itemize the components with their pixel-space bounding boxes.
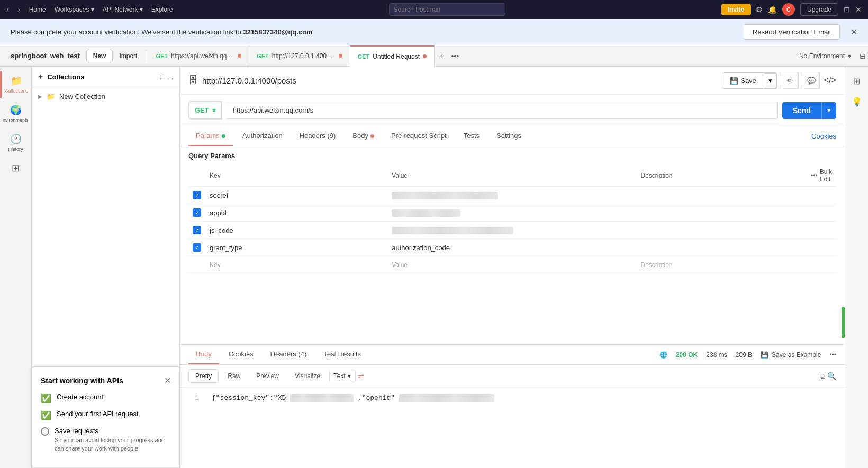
req-tab-params[interactable]: Params: [188, 126, 233, 146]
main-layout: 📁 Collections 🌍 nvironments 🕐 History ⊞ …: [0, 67, 868, 468]
lightbulb-icon[interactable]: 💡: [848, 94, 865, 110]
sidebar-item-environments[interactable]: 🌍 nvironments: [0, 100, 31, 127]
resp-tab-test-results[interactable]: Test Results: [316, 345, 368, 364]
more-params-icon[interactable]: •••: [811, 172, 818, 179]
env-selector[interactable]: No Environment ▾: [799, 52, 857, 60]
tab-add-button[interactable]: +: [435, 51, 448, 61]
raw-button[interactable]: Raw: [221, 369, 247, 383]
resp-tab-headers[interactable]: Headers (4): [263, 345, 314, 364]
window-icon[interactable]: ⊡: [844, 5, 850, 14]
nav-back[interactable]: ‹: [6, 5, 9, 14]
settings-icon[interactable]: ⚙: [756, 5, 763, 14]
checklist-item-0: ✅ Create account: [41, 393, 171, 403]
key-cell-2[interactable]: js_code: [205, 222, 387, 239]
desc-cell-1[interactable]: [636, 204, 807, 222]
req-tab-settings[interactable]: Settings: [489, 126, 529, 146]
tab-method-2: GET: [358, 53, 370, 60]
req-tab-authorization[interactable]: Authorization: [235, 126, 290, 146]
nav-forward[interactable]: ›: [17, 5, 20, 14]
sidebar-item-collections[interactable]: 📁 Collections: [0, 71, 31, 98]
resp-tab-cookies[interactable]: Cookies: [221, 345, 261, 364]
checkbox-1[interactable]: ✓: [193, 208, 201, 217]
tab-0[interactable]: GET https://api.weixin.qq.cc: [148, 45, 249, 67]
blurred-code-2: [399, 394, 494, 402]
response-size: 209 B: [736, 351, 752, 359]
invite-button[interactable]: Invite: [721, 4, 751, 15]
more-icon[interactable]: ...: [167, 73, 173, 81]
resend-button[interactable]: Resend Verification Email: [744, 24, 840, 40]
val-cell-2[interactable]: [387, 222, 636, 239]
send-dropdown-button[interactable]: ▾: [821, 102, 836, 119]
save-dropdown-button[interactable]: ▾: [764, 73, 777, 88]
val-cell-3[interactable]: authorization_code: [387, 239, 636, 256]
tab-2[interactable]: GET Untitled Request: [350, 45, 435, 67]
desc-cell-0[interactable]: [636, 187, 807, 204]
banner-close-icon[interactable]: ✕: [851, 27, 857, 37]
upgrade-button[interactable]: Upgrade: [800, 3, 838, 16]
request-header: 🗄 http://127.0.0.1:4000/posts 💾 Save ▾ ✏…: [180, 67, 845, 95]
response-more-icon[interactable]: •••: [829, 351, 836, 359]
sidebar-item-history[interactable]: 🕐 History: [0, 129, 31, 156]
desc-cell-2[interactable]: [636, 222, 807, 239]
bell-icon[interactable]: 🔔: [768, 5, 777, 14]
new-collection-item[interactable]: ▶ 📁 New Collection: [32, 87, 179, 106]
resp-tab-body[interactable]: Body: [188, 345, 219, 364]
tab-1[interactable]: GET http://127.0.0.1:4000/p: [249, 45, 350, 67]
sidebar-item-more[interactable]: ⊞: [0, 158, 31, 178]
nav-workspaces[interactable]: Workspaces ▾: [55, 6, 94, 13]
req-tab-body[interactable]: Body: [345, 126, 382, 146]
cookies-link[interactable]: Cookies: [811, 132, 836, 140]
scroll-indicator[interactable]: [842, 307, 845, 338]
key-cell-3[interactable]: grant_type: [205, 239, 387, 256]
checkbox-2[interactable]: ✓: [193, 226, 201, 234]
nav-home[interactable]: Home: [29, 6, 46, 13]
nav-api-network[interactable]: API Network ▾: [103, 6, 143, 13]
visualize-button[interactable]: Visualize: [288, 369, 327, 383]
tabs-container: GET https://api.weixin.qq.cc GET http://…: [148, 45, 799, 67]
start-panel-close-icon[interactable]: ✕: [164, 375, 171, 386]
val-cell-1[interactable]: [387, 204, 636, 222]
save-example-icon: 💾: [761, 351, 768, 359]
req-tab-tests[interactable]: Tests: [456, 126, 487, 146]
checkbox-0[interactable]: ✓: [193, 191, 201, 199]
key-cell-0[interactable]: secret: [205, 187, 387, 204]
url-input[interactable]: [227, 102, 778, 119]
bulk-edit-button[interactable]: Bulk Edit: [820, 168, 832, 183]
filter-icon[interactable]: ≡: [160, 73, 165, 81]
new-button[interactable]: New: [86, 50, 113, 62]
req-tab-headers[interactable]: Headers (9): [292, 126, 343, 146]
save-example-button[interactable]: 💾 Save as Example: [761, 351, 821, 359]
pretty-button[interactable]: Pretty: [188, 369, 219, 383]
start-working-panel: Start working with APIs ✕ ✅ Create accou…: [32, 366, 180, 468]
save-button[interactable]: 💾 Save: [722, 73, 764, 88]
close-window-icon[interactable]: ✕: [855, 5, 862, 14]
checkbox-3[interactable]: ✓: [193, 243, 201, 252]
nav-explore[interactable]: Explore: [151, 6, 173, 13]
empty-key-cell[interactable]: Key: [205, 256, 387, 273]
desc-cell-3[interactable]: [636, 239, 807, 256]
add-collection-icon[interactable]: +: [38, 72, 43, 81]
filter-icon[interactable]: ⇌: [358, 372, 364, 380]
import-button[interactable]: Import: [113, 50, 143, 62]
layout-icon[interactable]: ⊟: [857, 50, 868, 62]
empty-desc-cell[interactable]: Description: [636, 256, 807, 273]
preview-button[interactable]: Preview: [249, 369, 286, 383]
search-icon-response[interactable]: 🔍: [827, 372, 836, 380]
new-collection-label: New Collection: [59, 93, 105, 100]
val-cell-0[interactable]: [387, 187, 636, 204]
req-tab-pre-request[interactable]: Pre-request Script: [384, 126, 454, 146]
table-icon-right[interactable]: ⊞: [850, 73, 863, 89]
comment-icon-button[interactable]: 💬: [803, 72, 820, 89]
key-cell-1[interactable]: appid: [205, 204, 387, 222]
text-format-select[interactable]: Text ▾: [329, 370, 356, 382]
avatar[interactable]: C: [782, 3, 795, 16]
edit-icon-button[interactable]: ✏: [782, 72, 799, 89]
search-input[interactable]: [389, 3, 505, 16]
method-select[interactable]: GET ▾: [189, 102, 222, 119]
code-icon-button[interactable]: </>: [824, 76, 836, 85]
empty-val-cell[interactable]: Value: [387, 256, 636, 273]
copy-icon[interactable]: ⧉: [820, 372, 825, 381]
tab-more-button[interactable]: •••: [448, 52, 462, 60]
send-button[interactable]: Send: [782, 102, 821, 119]
method-chevron-icon: ▾: [212, 106, 216, 114]
